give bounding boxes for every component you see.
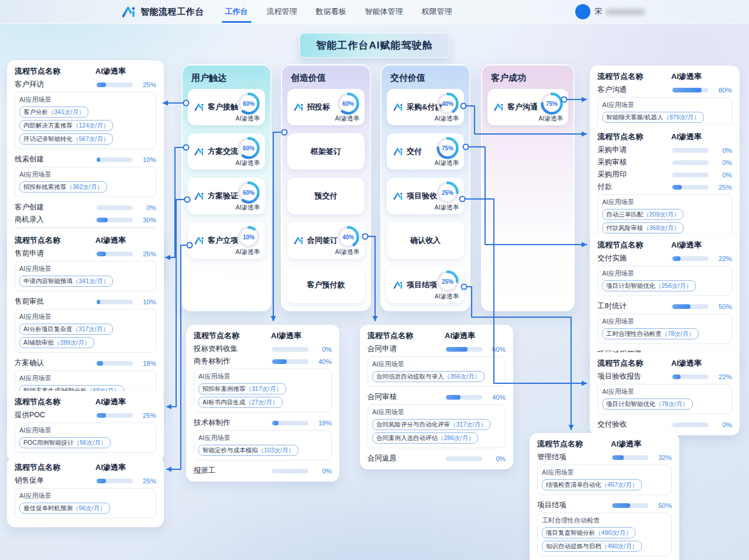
process-name: 交付验收 (597, 420, 672, 430)
donut-label: AI渗透率 (236, 248, 260, 256)
donut-label: AI渗透率 (335, 115, 359, 123)
ai-logo-icon (294, 235, 304, 246)
process-node-card[interactable]: 合同签订40%AI渗透率 (287, 222, 365, 259)
scenario-box: AI应用场景工时合理性自动检查（78次/月） (597, 314, 732, 344)
nav-menu: 工作台流程管理数据看板智能体管理权限管理 (224, 0, 453, 24)
process-row: 交付验收0% (597, 418, 732, 431)
column-header-node-name: 流程节点名称 (597, 240, 671, 250)
scenario-label: AI应用场景 (602, 269, 727, 278)
donut-percentage: 75% (546, 101, 558, 107)
column-header-node-name: 流程节点名称 (194, 331, 271, 341)
process-node-card[interactable]: 客户沟通75%AI渗透率 (487, 89, 568, 125)
donut-percentage: 25% (442, 190, 453, 196)
ai-logo-icon (393, 191, 404, 201)
scenario-chip: 付款风险审核（368次/月） (602, 222, 683, 233)
progress-bar (612, 455, 648, 460)
column-header-penetration: AI渗透率 (95, 66, 156, 77)
info-card-header: 流程节点名称AI渗透率 (597, 71, 732, 82)
ai-logo-icon (194, 102, 205, 112)
process-node-card[interactable]: 确认收入 (387, 222, 464, 259)
scenario-chip: 工时合理性自动检查（78次/月） (602, 328, 699, 339)
connector-arrow (582, 97, 587, 102)
penetration-donut: 75% (540, 91, 564, 116)
process-name: 销售促单 (15, 476, 97, 486)
info-card-header: 流程节点名称AI渗透率 (597, 240, 732, 250)
process-node-label: 方案验证 (194, 191, 238, 201)
process-node-card[interactable]: 方案验证60%AI渗透率 (188, 178, 265, 214)
progress-percent: 25% (713, 184, 732, 191)
connector-arrow (582, 381, 587, 386)
nav-item-3[interactable]: 智能体管理 (364, 0, 404, 24)
top-nav-bar: 智能流程工作台 工作台流程管理数据看板智能体管理权限管理 宋 (0, 0, 749, 23)
scenario-label: AI应用场景 (19, 170, 152, 179)
scenario-chip: 自动三单匹配（209次/月） (602, 209, 683, 220)
progress-percent: 10% (138, 156, 156, 163)
user-avatar[interactable] (575, 4, 590, 19)
connector-arrow (582, 242, 587, 248)
nav-item-4[interactable]: 权限管理 (421, 0, 453, 24)
progress-bar (672, 148, 709, 153)
donut-label: AI渗透率 (435, 204, 459, 212)
info-card-header: 流程节点名称AI渗透率 (194, 331, 332, 341)
process-node-card[interactable]: 客户预付款 (287, 267, 365, 303)
process-row: 售前审批10% (15, 296, 156, 308)
process-node-card[interactable]: 框架签订 (287, 133, 365, 170)
process-row: 客户拜访25% (15, 78, 156, 91)
progress-bar (672, 185, 709, 190)
user-block[interactable]: 宋 (575, 4, 645, 19)
page-title: 智能工作台AI赋能驾驶舱 (300, 33, 450, 58)
penetration-donut: 25% (435, 180, 460, 205)
process-node-card[interactable]: 招投标60%AI渗透率 (287, 89, 365, 125)
progress-percent: 18% (138, 360, 156, 367)
stage-title: 客户成功 (482, 66, 573, 89)
process-node-card[interactable]: 客户接触60%AI渗透率 (188, 89, 265, 125)
user-name: 宋 (595, 6, 602, 17)
scenario-box: AI应用场景结项检查清单自动化（457次/月） (537, 465, 672, 495)
process-node-card[interactable]: 交付75%AI渗透率 (387, 133, 464, 170)
progress-percent: 25% (138, 477, 156, 485)
process-node-card[interactable]: 项目结项25%AI渗透率 (387, 267, 464, 303)
process-node-label: 客户接触 (194, 102, 238, 112)
process-node-label: 项目验收 (393, 191, 437, 201)
scenario-label: AI应用场景 (602, 101, 727, 109)
scenario-box: AI应用场景客户分析（341次/月）内部解决方案推荐（124次/月）拜访记录智能… (15, 92, 156, 149)
nav-item-1[interactable]: 流程管理 (266, 0, 298, 24)
scenario-chip: AI分析项目复杂度（317次/月） (19, 324, 113, 335)
nav-item-0[interactable]: 工作台 (224, 0, 249, 24)
nav-item-2[interactable]: 数据看板 (315, 0, 348, 24)
penetration-donut: 60% (236, 136, 261, 160)
process-row: 采购申请0% (597, 144, 732, 156)
column-header-penetration: AI渗透率 (271, 331, 332, 341)
scenario-chip: 智能聊天客服/机器人（879次/月） (602, 112, 704, 123)
progress-bar (672, 256, 709, 261)
scenario-chip: 招投标线索推荐（362次/月） (19, 181, 107, 193)
process-node-card[interactable]: 客户立项10%AI渗透率 (188, 222, 265, 259)
column-header-node-name: 流程节点名称 (597, 132, 671, 142)
info-card-contract: 流程节点名称AI渗透率合同申请60%AI应用场景合同信息自动提取与录入（356次… (360, 325, 513, 469)
progress-bar (672, 88, 709, 92)
process-node-card[interactable]: 项目验收25%AI渗透率 (387, 178, 464, 214)
process-row: 提供POC25% (15, 409, 156, 421)
process-row: 交付实施22% (597, 252, 732, 264)
process-node-card[interactable]: 预交付 (287, 178, 365, 214)
process-node-label: 项目结项 (393, 280, 437, 290)
donut-percentage: 60% (243, 190, 255, 196)
process-node-card[interactable]: 采购&付款40%AI渗透率 (387, 89, 464, 125)
process-node-label: 合同签订 (294, 235, 338, 246)
donut-label: AI渗透率 (539, 115, 563, 123)
stage-column-0: 用户触达客户接触60%AI渗透率方案交流60%AI渗透率方案验证60%AI渗透率… (181, 64, 272, 311)
progress-percent: 0% (487, 455, 506, 462)
column-header-node-name: 流程节点名称 (537, 439, 611, 449)
column-header-penetration: AI渗透率 (671, 240, 732, 250)
ai-logo-icon (194, 146, 205, 157)
process-node-card[interactable]: 方案交流60%AI渗透率 (188, 133, 265, 170)
scenario-box: AI应用场景最佳促单时机预测（56次/月） (15, 488, 156, 518)
scenario-box: AI应用场景项目计划智能优化（256次/月） (597, 266, 732, 296)
scenario-label: AI应用场景 (602, 198, 727, 207)
progress-percent: 0% (313, 468, 332, 475)
scenario-box: AI应用场景POC用例智能设计（56次/月） (15, 422, 156, 453)
donut-percentage: 75% (442, 145, 453, 152)
stage-column-1: 创造价值招投标60%AI渗透率框架签订预交付合同签订40%AI渗透率客户预付款 (281, 64, 371, 311)
connector-arrow (373, 316, 378, 321)
process-name: 交付实施 (597, 253, 672, 263)
